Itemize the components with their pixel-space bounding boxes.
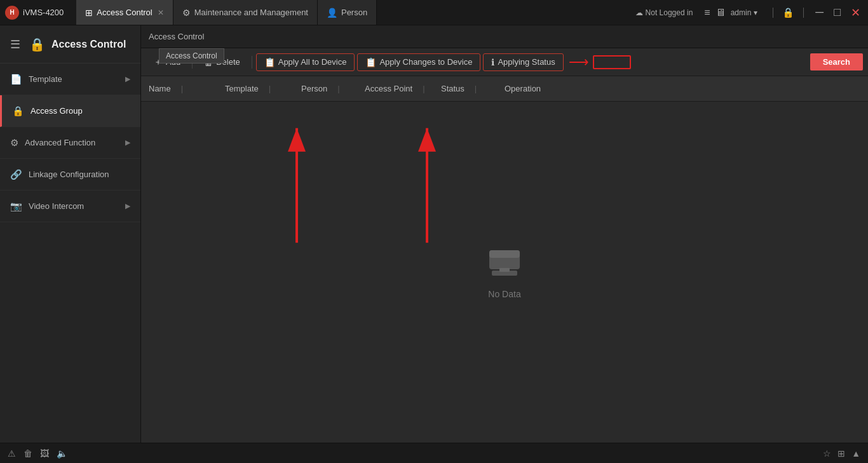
no-data-text: No Data xyxy=(488,289,520,299)
status-collapse-icon[interactable]: ▲ xyxy=(851,448,860,459)
delete-label: Delete xyxy=(216,57,240,67)
tab-icon-access-control: ⊞ xyxy=(85,8,93,18)
applying-status-icon: ℹ xyxy=(491,57,494,67)
sidebar-menu-toggle[interactable]: ☰ xyxy=(10,37,20,51)
access-group-icon: 🔒 xyxy=(12,105,24,117)
add-label: Add xyxy=(166,57,180,67)
add-button[interactable]: ＋ Add xyxy=(146,53,188,71)
sidebar-item-video-intercom[interactable]: 📷 Video Intercom ▶ xyxy=(0,191,140,222)
tab-person[interactable]: 👤 Person xyxy=(318,0,377,25)
sidebar-item-linkage-configuration[interactable]: 🔗 Linkage Configuration xyxy=(0,159,140,191)
cloud-icon: ☁ xyxy=(635,8,643,17)
monitor-icon[interactable]: 🖥 xyxy=(715,7,726,18)
content-topbar: Access Control Access Control xyxy=(141,25,868,48)
status-warning-icon[interactable]: ⚠ xyxy=(8,448,16,459)
apply-all-button[interactable]: 📋 Apply All to Device xyxy=(256,53,355,71)
template-expand-icon: ▶ xyxy=(125,75,130,83)
col-header-access-point: Access Point | xyxy=(365,84,441,93)
sidebar-header-text: Access Control xyxy=(51,39,126,50)
col-header-operation: Operation xyxy=(505,84,860,93)
cloud-status-text: Not Logged in xyxy=(646,8,693,17)
status-volume-icon[interactable]: 🔈 xyxy=(57,448,67,459)
minimize-button[interactable]: ─ xyxy=(813,6,826,19)
sidebar: ☰ 🔒 Access Control 📄 Template ▶ 🔒 Access… xyxy=(0,25,141,443)
sidebar-item-template-label: Template xyxy=(29,74,119,84)
sidebar-item-advanced-function-label: Advanced Function xyxy=(25,138,119,147)
cloud-status[interactable]: ☁ Not Logged in xyxy=(635,8,693,17)
status-star-icon[interactable]: ☆ xyxy=(823,448,831,459)
sidebar-item-access-group[interactable]: 🔒 Access Group xyxy=(0,95,140,127)
toolbar-sep-2 xyxy=(252,56,252,69)
restore-button[interactable]: □ xyxy=(831,6,843,19)
sidebar-item-linkage-label: Linkage Configuration xyxy=(29,170,130,179)
col-status-label: Status xyxy=(441,84,465,93)
divider-2 xyxy=(803,8,804,18)
sidebar-header-icon: 🔒 xyxy=(29,37,45,52)
breadcrumb: Access Control xyxy=(149,32,204,41)
status-bar: ⚠ 🗑 🖼 🔈 ☆ ⊞ ▲ xyxy=(0,443,868,463)
col-header-template: Template | xyxy=(225,84,301,93)
col-template-label: Template xyxy=(225,84,259,93)
apply-all-label: Apply All to Device xyxy=(278,57,347,67)
tab-icon-person: 👤 xyxy=(327,8,337,18)
annotation-box xyxy=(593,55,631,69)
tab-close-access-control[interactable]: ✕ xyxy=(158,8,164,17)
template-icon: 📄 xyxy=(10,74,22,85)
annotation-right-arrow: ⟶ xyxy=(569,54,589,70)
admin-label: admin xyxy=(731,8,752,17)
tab-label-maintenance: Maintenance and Management xyxy=(194,8,308,17)
content-area: Access Control Access Control ＋ Add 🗑 De… xyxy=(141,25,868,443)
table-body: No Data xyxy=(141,102,868,443)
status-trash-icon[interactable]: 🗑 xyxy=(24,448,32,459)
empty-state-icon xyxy=(484,245,525,281)
sidebar-item-template[interactable]: 📄 Template ▶ xyxy=(0,64,140,95)
delete-button[interactable]: 🗑 Delete xyxy=(196,54,248,70)
status-picture-icon[interactable]: 🖼 xyxy=(40,448,49,459)
divider-1 xyxy=(773,8,773,18)
svg-rect-1 xyxy=(489,250,520,258)
sidebar-item-video-intercom-label: Video Intercom xyxy=(29,201,119,211)
search-button[interactable]: Search xyxy=(810,53,863,70)
video-intercom-expand-icon: ▶ xyxy=(125,202,130,210)
col-sep-1: | xyxy=(181,84,183,93)
status-bar-right: ☆ ⊞ ▲ xyxy=(823,448,860,459)
title-bar: H iVMS-4200 ⊞ Access Control ✕ ⚙ Mainten… xyxy=(0,0,868,25)
main-layout: ☰ 🔒 Access Control 📄 Template ▶ 🔒 Access… xyxy=(0,25,868,443)
status-restore-icon[interactable]: ⊞ xyxy=(837,448,845,459)
table-header: Name | Template | Person | Access Point … xyxy=(141,76,868,102)
apply-changes-label: Apply Changes to Device xyxy=(379,57,472,67)
col-sep-3: | xyxy=(337,84,339,93)
col-person-label: Person xyxy=(301,84,327,93)
apply-all-icon: 📋 xyxy=(264,57,275,67)
apply-changes-icon: 📋 xyxy=(365,57,376,67)
applying-status-button[interactable]: ℹ Applying Status xyxy=(483,53,563,71)
tab-maintenance[interactable]: ⚙ Maintenance and Management xyxy=(173,0,318,25)
close-button[interactable]: ✕ xyxy=(848,6,863,20)
col-sep-5: | xyxy=(475,84,477,93)
applying-status-label: Applying Status xyxy=(498,57,555,67)
sidebar-item-advanced-function[interactable]: ⚙ Advanced Function ▶ xyxy=(0,127,140,159)
svg-rect-3 xyxy=(499,268,510,272)
add-icon: ＋ xyxy=(154,57,163,68)
apply-changes-button[interactable]: 📋 Apply Changes to Device xyxy=(357,53,480,71)
logo-text: H xyxy=(10,9,14,16)
toolbar-sep-1 xyxy=(192,56,193,69)
tab-label-access-control: Access Control xyxy=(97,8,152,17)
col-operation-label: Operation xyxy=(505,84,541,93)
advanced-function-expand-icon: ▶ xyxy=(125,138,130,147)
col-sep-2: | xyxy=(269,84,271,93)
col-header-person: Person | xyxy=(301,84,365,93)
col-sep-4: | xyxy=(423,84,424,93)
video-intercom-icon: 📷 xyxy=(10,201,22,212)
col-access-point-label: Access Point xyxy=(365,84,412,93)
admin-area[interactable]: admin ▾ xyxy=(731,8,758,17)
col-name-label: Name xyxy=(149,84,171,93)
empty-state: No Data xyxy=(141,102,868,443)
col-header-status: Status | xyxy=(441,84,505,93)
tab-access-control[interactable]: ⊞ Access Control ✕ xyxy=(76,0,173,25)
list-icon[interactable]: ≡ xyxy=(704,7,710,18)
delete-icon: 🗑 xyxy=(204,57,213,67)
admin-chevron-icon: ▾ xyxy=(754,8,757,17)
title-tabs: ⊞ Access Control ✕ ⚙ Maintenance and Man… xyxy=(76,0,635,25)
lock-icon[interactable]: 🔒 xyxy=(782,7,794,18)
